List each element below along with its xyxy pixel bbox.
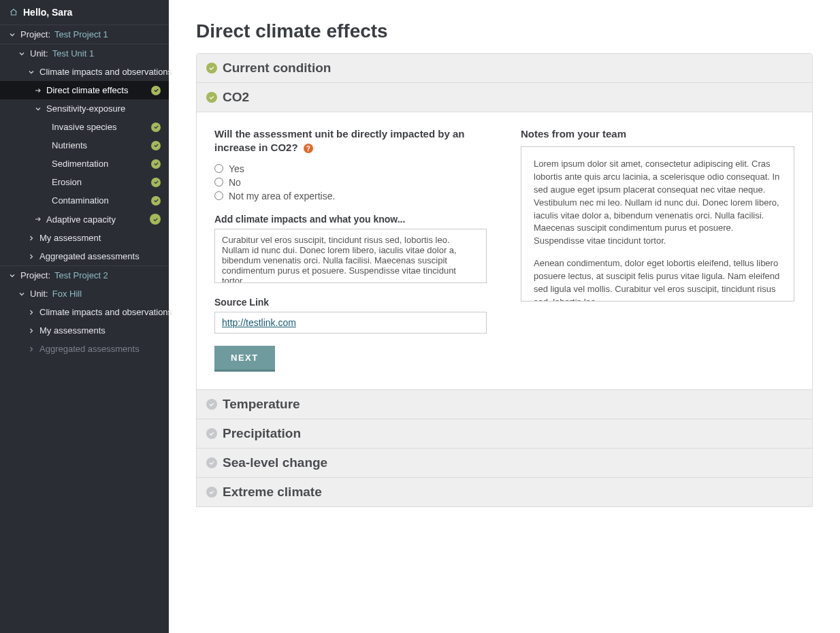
chevron-right-icon — [27, 327, 35, 335]
sidebar-project-1[interactable]: Project: Test Project 1 — [0, 25, 169, 44]
chevron-down-icon — [27, 68, 35, 76]
sidebar-climate-impacts[interactable]: Climate impacts and observations — [0, 63, 169, 81]
next-button[interactable]: NEXT — [214, 346, 275, 372]
radio-yes[interactable]: Yes — [214, 162, 487, 176]
sidebar-aggregated-assessments[interactable]: Aggregated assessments — [0, 247, 169, 265]
radio-na-input[interactable] — [214, 191, 223, 200]
accordion: Current condition CO2 Will the assessmen… — [196, 53, 813, 507]
section-temperature[interactable]: Temperature — [197, 390, 812, 419]
radio-na[interactable]: Not my area of expertise. — [214, 189, 487, 203]
sidebar-nutrients[interactable]: Nutrients — [0, 136, 169, 155]
sidebar-unit-1[interactable]: Unit: Test Unit 1 — [0, 44, 169, 63]
source-label: Source Link — [214, 297, 487, 308]
section-title: Current condition — [223, 61, 331, 76]
sidebar: Hello, Sara Project: Test Project 1 Unit… — [0, 0, 169, 633]
section-sea-level[interactable]: Sea-level change — [197, 449, 812, 478]
notes-p2: Aenean condimentum, dolor eget lobortis … — [534, 257, 781, 301]
greeting-row[interactable]: Hello, Sara — [0, 0, 169, 25]
check-icon — [151, 123, 161, 132]
check-icon — [206, 428, 217, 439]
radio-no-input[interactable] — [214, 178, 223, 186]
check-icon — [151, 178, 161, 187]
chevron-down-icon — [34, 105, 42, 113]
notes-title: Notes from your team — [521, 127, 794, 141]
arrow-right-icon — [34, 215, 42, 223]
sensitivity-label: Sensitivity-exposure — [46, 103, 125, 114]
check-icon — [206, 399, 217, 410]
section-title: Extreme climate — [223, 485, 322, 500]
impacts-label: Add climate impacts and what you know... — [214, 214, 487, 225]
project-label: Project: — [20, 29, 50, 39]
project-name: Test Project 1 — [54, 29, 108, 39]
nutrients-label: Nutrients — [52, 140, 87, 150]
direct-label: Direct climate effects — [46, 85, 128, 95]
unit-label: Unit: — [30, 48, 48, 59]
help-icon[interactable]: ? — [304, 144, 313, 153]
co2-question-text: Will the assessment unit be directly imp… — [214, 128, 464, 153]
invasive-label: Invasive species — [52, 122, 116, 132]
source-input[interactable] — [214, 312, 487, 334]
project2-label: Project: — [20, 270, 50, 280]
page-title: Direct climate effects — [196, 20, 813, 42]
section-title: Temperature — [223, 397, 300, 412]
check-icon — [151, 86, 161, 95]
sidebar-my-assessment[interactable]: My assessment — [0, 229, 169, 247]
arrow-right-icon — [34, 86, 42, 95]
check-icon — [151, 159, 161, 169]
radio-yes-input[interactable] — [214, 164, 223, 173]
sidebar-aggregated-2[interactable]: Aggregated assessments — [0, 340, 169, 358]
my-assessment-label: My assessment — [39, 233, 101, 243]
radio-na-label: Not my area of expertise. — [229, 191, 335, 201]
check-icon — [151, 141, 161, 150]
notes-box: Lorem ipsum dolor sit amet, consectetur … — [521, 146, 794, 302]
check-icon — [206, 457, 217, 468]
chevron-right-icon — [27, 345, 35, 353]
section-co2-body: Will the assessment unit be directly imp… — [197, 112, 812, 390]
notes-col: Notes from your team Lorem ipsum dolor s… — [521, 127, 794, 372]
check-icon — [206, 92, 217, 103]
sidebar-project-2[interactable]: Project: Test Project 2 — [0, 266, 169, 285]
chevron-right-icon — [27, 253, 35, 261]
check-icon — [151, 196, 161, 206]
unit2-label: Unit: — [30, 289, 48, 299]
notes-p1: Lorem ipsum dolor sit amet, consectetur … — [534, 158, 781, 248]
check-icon — [206, 63, 217, 74]
section-current-condition[interactable]: Current condition — [197, 54, 812, 83]
radio-yes-label: Yes — [229, 163, 244, 174]
my-assessments-label: My assessments — [39, 325, 106, 336]
radio-no-label: No — [229, 177, 241, 188]
check-icon — [206, 487, 217, 498]
sidebar-sensitivity-exposure[interactable]: Sensitivity-exposure — [0, 99, 169, 118]
cio2-label: Climate impacts and observations — [39, 307, 172, 317]
erosion-label: Erosion — [52, 177, 82, 187]
chevron-right-icon — [27, 234, 35, 242]
sidebar-contamination[interactable]: Contamination — [0, 191, 169, 210]
unit-name: Test Unit 1 — [52, 48, 94, 59]
section-extreme-climate[interactable]: Extreme climate — [197, 478, 812, 506]
sidebar-sedimentation[interactable]: Sedimentation — [0, 155, 169, 173]
sidebar-invasive-species[interactable]: Invasive species — [0, 118, 169, 136]
notes-scroll[interactable]: Lorem ipsum dolor sit amet, consectetur … — [521, 147, 794, 301]
co2-form: Will the assessment unit be directly imp… — [214, 127, 487, 372]
section-title: Precipitation — [223, 426, 301, 441]
sidebar-adaptive-capacity[interactable]: Adaptive capacity — [0, 210, 169, 229]
chevron-right-icon — [27, 308, 35, 316]
section-co2[interactable]: CO2 — [197, 83, 812, 112]
unit2-name: Fox Hill — [52, 289, 82, 299]
sidebar-climate-impacts-2[interactable]: Climate impacts and observations — [0, 303, 169, 321]
contamination-label: Contamination — [52, 195, 109, 206]
aggregated-label: Aggregated assessments — [39, 251, 140, 261]
chevron-down-icon — [8, 272, 16, 280]
radio-no[interactable]: No — [214, 176, 487, 189]
sidebar-erosion[interactable]: Erosion — [0, 173, 169, 191]
sedimentation-label: Sedimentation — [52, 159, 108, 169]
impacts-textarea[interactable] — [214, 229, 487, 283]
sidebar-unit-2[interactable]: Unit: Fox Hill — [0, 285, 169, 303]
aggregated2-label: Aggregated assessments — [39, 344, 140, 354]
section-precipitation[interactable]: Precipitation — [197, 419, 812, 449]
sidebar-my-assessments-2[interactable]: My assessments — [0, 321, 169, 340]
sidebar-direct-climate-effects[interactable]: Direct climate effects — [0, 81, 169, 99]
home-icon — [10, 8, 18, 16]
chevron-down-icon — [18, 50, 26, 58]
adaptive-label: Adaptive capacity — [46, 214, 116, 225]
